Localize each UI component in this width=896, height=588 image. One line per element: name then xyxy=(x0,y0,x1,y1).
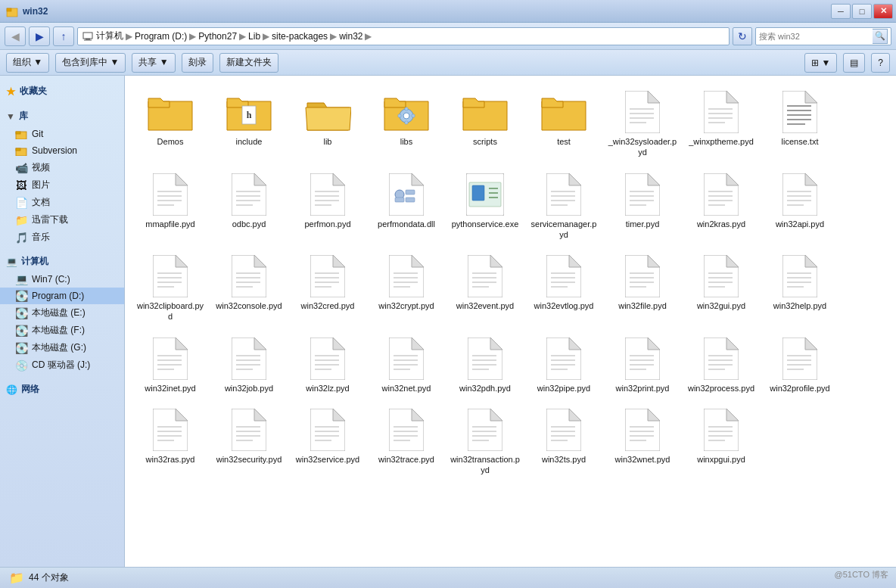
breadcrumb-python27[interactable]: Python27 xyxy=(198,31,237,42)
file-name-label: win32wnet.pyd xyxy=(615,454,670,465)
list-item[interactable]: perfmon.pyd xyxy=(290,166,366,245)
preview-button[interactable]: ▤ xyxy=(843,53,865,73)
list-item[interactable]: win32console.pyd xyxy=(211,247,287,327)
sidebar-item-g[interactable]: 💽 本地磁盘 (G:) xyxy=(0,339,124,356)
sidebar-network-header[interactable]: 🌐 网络 xyxy=(0,380,124,399)
sidebar-item-videos[interactable]: 📹 视频 xyxy=(0,159,124,176)
search-button[interactable]: 🔍 xyxy=(873,29,888,44)
list-item[interactable]: win32inet.pyd xyxy=(132,330,208,398)
list-item[interactable]: win32file.pyd xyxy=(605,247,680,327)
new-folder-button[interactable]: 新建文件夹 xyxy=(219,53,278,73)
doc-icon xyxy=(697,88,745,136)
list-item[interactable]: mmapfile.pyd xyxy=(132,166,208,245)
up-button[interactable]: ↑ xyxy=(53,26,74,46)
list-item[interactable]: pythonservice.exe xyxy=(447,166,523,245)
breadcrumb-site-packages[interactable]: site-packages xyxy=(272,31,328,42)
list-item[interactable]: win32crypt.pyd xyxy=(369,247,444,327)
file-name-label: win32cred.pyd xyxy=(301,300,355,311)
refresh-button[interactable]: ↻ xyxy=(733,27,752,45)
sidebar-favorites-header[interactable]: ★ 收藏夹 xyxy=(0,82,124,101)
list-item[interactable]: scripts xyxy=(447,83,523,163)
svg-rect-2 xyxy=(83,33,92,39)
list-item[interactable]: h include xyxy=(211,83,287,163)
list-item[interactable]: license.txt xyxy=(762,83,838,163)
list-item[interactable]: _win32sysloader.pyd xyxy=(605,83,680,163)
back-button[interactable]: ◀ xyxy=(5,26,26,46)
sidebar-item-documents[interactable]: 📄 文档 xyxy=(0,194,124,211)
breadcrumb-d[interactable]: Program (D:) xyxy=(135,31,187,42)
list-item[interactable]: win32ras.pyd xyxy=(132,401,208,481)
list-item[interactable]: win32transaction.pyd xyxy=(447,401,523,481)
view-icon-button[interactable]: ⊞ ▼ xyxy=(804,53,837,73)
sidebar-item-e[interactable]: 💽 本地磁盘 (E:) xyxy=(0,304,124,322)
breadcrumb-lib[interactable]: Lib xyxy=(248,31,260,42)
list-item[interactable]: timer.pyd xyxy=(605,166,680,245)
list-item[interactable]: win32lz.pyd xyxy=(290,330,366,398)
breadcrumb-win32[interactable]: win32 xyxy=(339,31,362,42)
svg-rect-6 xyxy=(16,132,20,134)
svg-marker-49 xyxy=(333,173,345,185)
window-title: win32 xyxy=(23,6,48,17)
list-item[interactable]: win32net.pyd xyxy=(369,330,444,398)
list-item[interactable]: win32ts.pyd xyxy=(526,401,602,481)
list-item[interactable]: winxpgui.pyd xyxy=(683,401,759,481)
list-item[interactable]: win32trace.pyd xyxy=(369,401,444,481)
list-item[interactable]: win32service.pyd xyxy=(290,401,366,481)
sidebar-item-d[interactable]: 💽 Program (D:) xyxy=(0,288,124,304)
sidebar-item-c[interactable]: 💻 Win7 (C:) xyxy=(0,271,124,288)
list-item[interactable]: servicemanager.pyd xyxy=(526,166,602,245)
list-item[interactable]: perfmondata.dll xyxy=(369,166,444,245)
sidebar-item-j[interactable]: 💿 CD 驱动器 (J:) xyxy=(0,356,124,374)
status-bar: 📁 44 个对象 xyxy=(0,567,896,588)
list-item[interactable]: win32pdh.pyd xyxy=(447,330,523,398)
breadcrumb[interactable]: 计算机 ▶ Program (D:) ▶ Python27 ▶ Lib ▶ si… xyxy=(77,27,730,45)
sidebar-item-pictures[interactable]: 🖼 图片 xyxy=(0,176,124,194)
list-item[interactable]: libs xyxy=(369,83,444,163)
computer-label: 计算机 xyxy=(21,255,48,268)
list-item[interactable]: win32clipboard.pyd xyxy=(132,247,208,327)
sidebar-item-downloads[interactable]: 📁 迅雷下载 xyxy=(0,211,124,229)
sidebar-item-music[interactable]: 🎵 音乐 xyxy=(0,229,124,246)
minimize-button[interactable]: ─ xyxy=(831,4,851,19)
maximize-button[interactable]: □ xyxy=(852,4,872,19)
list-item[interactable]: win32security.pyd xyxy=(211,401,287,481)
list-item[interactable]: win32profile.pyd xyxy=(762,330,838,398)
organize-button[interactable]: 组织 ▼ xyxy=(6,53,49,73)
help-button[interactable]: ? xyxy=(871,53,890,73)
add-to-library-button[interactable]: 包含到库中 ▼ xyxy=(55,53,126,73)
burn-button[interactable]: 刻录 xyxy=(182,53,213,73)
search-input[interactable] xyxy=(759,32,873,41)
list-item[interactable]: win32print.pyd xyxy=(605,330,680,398)
list-item[interactable]: win32gui.pyd xyxy=(683,247,759,327)
list-item[interactable]: win32job.pyd xyxy=(211,330,287,398)
list-item[interactable]: win32cred.pyd xyxy=(290,247,366,327)
sidebar-item-f[interactable]: 💽 本地磁盘 (F:) xyxy=(0,322,124,339)
list-item[interactable]: lib xyxy=(290,83,366,163)
list-item[interactable]: win32pipe.pyd xyxy=(526,330,602,398)
doc-icon xyxy=(461,334,509,383)
list-item[interactable]: Demos xyxy=(132,83,208,163)
list-item[interactable]: win2kras.pyd xyxy=(683,166,759,245)
svg-marker-91 xyxy=(176,255,188,267)
close-button[interactable]: ✕ xyxy=(873,4,893,19)
list-item[interactable]: win32event.pyd xyxy=(447,247,523,327)
library-label: 库 xyxy=(19,110,28,123)
sidebar-item-subversion[interactable]: Subversion xyxy=(0,142,124,159)
list-item[interactable]: win32evtlog.pyd xyxy=(526,247,602,327)
share-button[interactable]: 共享 ▼ xyxy=(132,53,175,73)
breadcrumb-computer[interactable]: 计算机 xyxy=(82,30,123,42)
list-item[interactable]: win32wnet.pyd xyxy=(605,401,680,481)
list-item[interactable]: win32process.pyd xyxy=(683,330,759,398)
music-icon: 🎵 xyxy=(15,232,27,244)
sidebar-item-git[interactable]: Git xyxy=(0,126,124,142)
drive-g-icon: 💽 xyxy=(15,342,27,354)
doc-icon xyxy=(697,334,745,383)
list-item[interactable]: win32api.pyd xyxy=(762,166,838,245)
sidebar-library-header[interactable]: ▼ 库 xyxy=(0,107,124,126)
list-item[interactable]: test xyxy=(526,83,602,163)
list-item[interactable]: odbc.pyd xyxy=(211,166,287,245)
forward-button[interactable]: ▶ xyxy=(29,26,50,46)
list-item[interactable]: win32help.pyd xyxy=(762,247,838,327)
sidebar-computer-header[interactable]: 💻 计算机 xyxy=(0,252,124,271)
list-item[interactable]: _winxptheme.pyd xyxy=(683,83,759,163)
